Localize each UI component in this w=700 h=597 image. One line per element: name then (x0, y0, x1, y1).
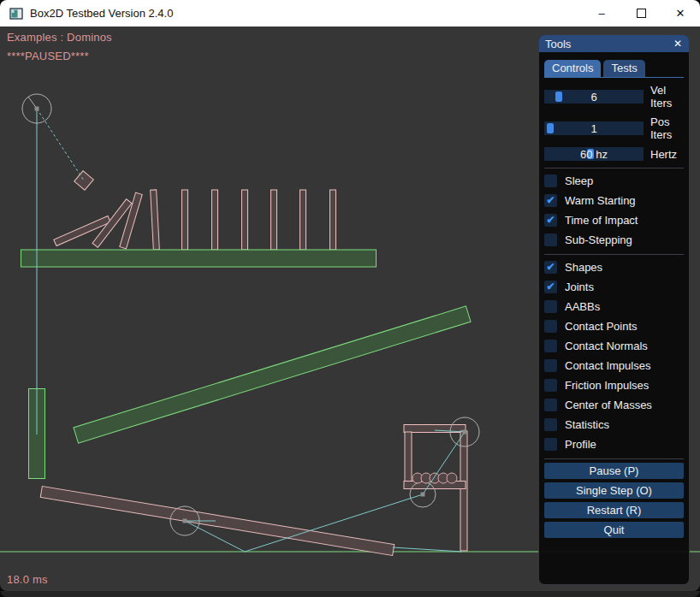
minimize-icon: – (598, 7, 604, 20)
body-rect[interactable] (151, 190, 160, 250)
window-title: Box2D Testbed Version 2.4.0 (30, 7, 173, 20)
app-window: Examples : Dominos ****PAUSED**** 18.0 m… (0, 0, 700, 597)
body-rect[interactable] (330, 190, 336, 250)
slider-group: 6Vel Iters1Pos Iters60 hzHertz (544, 84, 684, 161)
slider-label: Hertz (650, 148, 677, 161)
checkbox-center-of-masses[interactable] (544, 399, 557, 411)
checkbox-sleep[interactable] (544, 174, 557, 187)
sub-stepping-row: Sub-Stepping (544, 232, 684, 247)
profile-row: Profile (544, 436, 684, 452)
tools-title: Tools (545, 38, 571, 50)
checkbox-profile[interactable] (544, 438, 557, 451)
body-rect[interactable] (300, 190, 306, 250)
tab-tests[interactable]: Tests (603, 60, 644, 77)
restart-r-button[interactable]: Restart (R) (544, 502, 684, 518)
body-ball[interactable] (447, 473, 457, 483)
checkbox-label: Warm Starting (565, 194, 636, 207)
quit-button[interactable]: Quit (544, 522, 684, 538)
checkbox-shapes[interactable]: ✔ (544, 261, 557, 274)
vel-iters-slider[interactable]: 6 (544, 90, 644, 103)
center-of-masses-row: Center of Masses (544, 397, 684, 412)
tools-panel: Tools ✕ ControlsTests 6Vel Iters1Pos Ite… (538, 34, 690, 585)
checkbox-statistics[interactable] (544, 418, 557, 431)
pos-iters-row: 1Pos Iters (544, 115, 684, 141)
joint-anchor (183, 519, 187, 523)
hertz-slider[interactable]: 60 hz (544, 147, 644, 161)
separator (544, 254, 684, 255)
checkbox-label: Joints (565, 281, 594, 293)
maximize-button[interactable] (621, 0, 661, 27)
checkbox-joints[interactable]: ✔ (544, 281, 557, 293)
checkbox-label: Contact Impulses (565, 359, 650, 372)
body-rect[interactable] (405, 432, 412, 487)
body-rect[interactable] (242, 190, 248, 250)
tab-controls[interactable]: Controls (544, 60, 601, 77)
app-icon (9, 7, 23, 21)
checkbox-label: Statistics (565, 418, 609, 431)
close-button[interactable]: ✕ (661, 0, 700, 27)
body-rect[interactable] (212, 190, 218, 250)
tools-close-icon[interactable]: ✕ (673, 38, 682, 49)
body-rect[interactable] (271, 190, 277, 250)
checkbox-friction-impulses[interactable] (544, 379, 557, 392)
slider-label: Vel Iters (650, 84, 684, 109)
contact-points-row: Contact Points (544, 318, 684, 334)
body-rect[interactable] (120, 192, 142, 249)
body-rect[interactable] (460, 431, 467, 551)
joint-anchor (463, 430, 467, 434)
slider-value: 1 (590, 122, 596, 135)
tools-body: ControlsTests 6Vel Iters1Pos Iters60 hzH… (539, 52, 689, 538)
checkbox-label: Sleep (565, 174, 593, 187)
checkbox-label: Center of Masses (565, 399, 652, 411)
slider-value: 60 hz (580, 148, 608, 161)
joint-anchor (421, 493, 425, 497)
separator (544, 168, 684, 168)
checkbox-label: AABBs (565, 300, 600, 313)
checkbox-aabbs[interactable] (544, 300, 557, 313)
checkbox-time-of-impact[interactable]: ✔ (544, 214, 557, 227)
window-bottom-edge (0, 591, 700, 597)
close-icon: ✕ (676, 7, 685, 20)
slider-grab[interactable] (555, 92, 562, 102)
joint-anchor (35, 107, 39, 111)
body-rect[interactable] (182, 190, 188, 250)
hertz-row: 60 hzHertz (544, 147, 684, 161)
contact-normals-row: Contact Normals (544, 338, 684, 353)
slider-grab[interactable] (547, 123, 554, 133)
joints-row: ✔Joints (544, 279, 684, 294)
paused-label: ****PAUSED**** (7, 50, 89, 62)
time-of-impact-row: ✔Time of Impact (544, 212, 684, 228)
frame-time-label: 18.0 ms (7, 573, 48, 586)
warm-starting-row: ✔Warm Starting (544, 192, 684, 208)
shapes-row: ✔Shapes (544, 259, 684, 275)
checkbox-area: Sleep✔Warm Starting✔Time of ImpactSub-St… (544, 168, 684, 452)
checkbox-label: Contact Points (565, 320, 638, 333)
tools-title-bar[interactable]: Tools ✕ (539, 35, 689, 52)
aabbs-row: AABBs (544, 298, 684, 314)
checkbox-contact-normals[interactable] (544, 340, 557, 352)
checkbox-warm-starting[interactable]: ✔ (544, 194, 557, 207)
button-group: Pause (P)Single Step (O)Restart (R)Quit (544, 463, 684, 538)
friction-impulses-row: Friction Impulses (544, 377, 684, 393)
minimize-button[interactable]: – (582, 0, 621, 27)
checkbox-contact-points[interactable] (544, 320, 557, 333)
checkbox-label: Time of Impact (565, 214, 638, 227)
pause-p-button[interactable]: Pause (P) (544, 463, 684, 479)
title-bar[interactable]: Box2D Testbed Version 2.4.0 – ✕ (0, 0, 700, 27)
tab-bar: ControlsTests (544, 60, 684, 78)
example-label: Examples : Dominos (7, 31, 112, 44)
checkbox-contact-impulses[interactable] (544, 359, 557, 372)
checkbox-sub-stepping[interactable] (544, 233, 557, 246)
checkbox-label: Profile (565, 438, 596, 451)
body-rect[interactable] (21, 250, 377, 267)
body-rect[interactable] (74, 306, 471, 443)
joint-line (37, 109, 84, 180)
single-step-o-button[interactable]: Single Step (O) (544, 482, 684, 499)
vel-iters-row: 6Vel Iters (544, 84, 684, 109)
slider-label: Pos Iters (650, 115, 684, 141)
checkbox-label: Friction Impulses (565, 379, 649, 392)
separator (544, 458, 684, 459)
pos-iters-slider[interactable]: 1 (544, 121, 644, 135)
checkbox-label: Contact Normals (565, 340, 648, 352)
checkbox-label: Shapes (565, 261, 602, 274)
